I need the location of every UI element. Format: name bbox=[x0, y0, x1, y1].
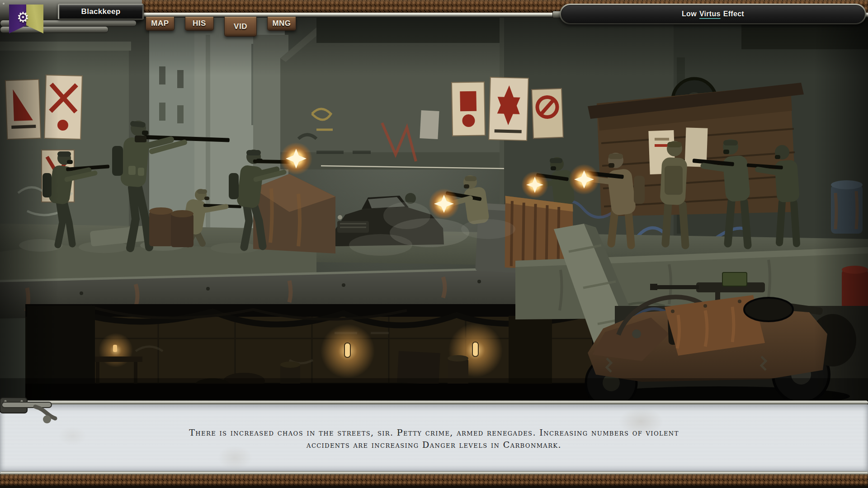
message-line: There is increased chaos in the streets,… bbox=[189, 427, 679, 437]
page-title: Blackkeep bbox=[81, 7, 121, 16]
status-banner-label: Low Virtus Effect bbox=[561, 5, 865, 23]
status-suffix: Effect bbox=[723, 10, 744, 18]
title-plaque: Blackkeep bbox=[58, 4, 144, 20]
tab-map[interactable]: MAP bbox=[146, 17, 175, 31]
status-prefix: Low bbox=[682, 10, 697, 18]
status-highlight[interactable]: Virtus bbox=[699, 10, 721, 18]
battle-scene-illustration bbox=[0, 17, 868, 400]
tab-bar: MAP HIS VID MNG bbox=[146, 17, 296, 37]
tab-his[interactable]: HIS bbox=[185, 17, 214, 31]
message-line: accidents are increasing Danger levels i… bbox=[307, 440, 561, 450]
gear-icon: ⚙ bbox=[17, 10, 29, 24]
status-banner[interactable]: Low Virtus Effect bbox=[560, 4, 866, 24]
panel-clamp-ornament bbox=[0, 394, 77, 430]
message-panel: There is increased chaos in the streets,… bbox=[0, 400, 868, 488]
bottom-mesh-bar bbox=[0, 474, 868, 486]
message-paper: There is increased chaos in the streets,… bbox=[0, 404, 868, 472]
tab-vid[interactable]: VID bbox=[224, 17, 257, 37]
game-window: MAP HIS VID MNG Blackkeep ⚙ Low Virtus E… bbox=[0, 0, 868, 488]
tab-mng[interactable]: MNG bbox=[267, 17, 296, 31]
header-machine-panel: Blackkeep ⚙ bbox=[0, 0, 144, 34]
bottom-edge bbox=[0, 486, 868, 488]
